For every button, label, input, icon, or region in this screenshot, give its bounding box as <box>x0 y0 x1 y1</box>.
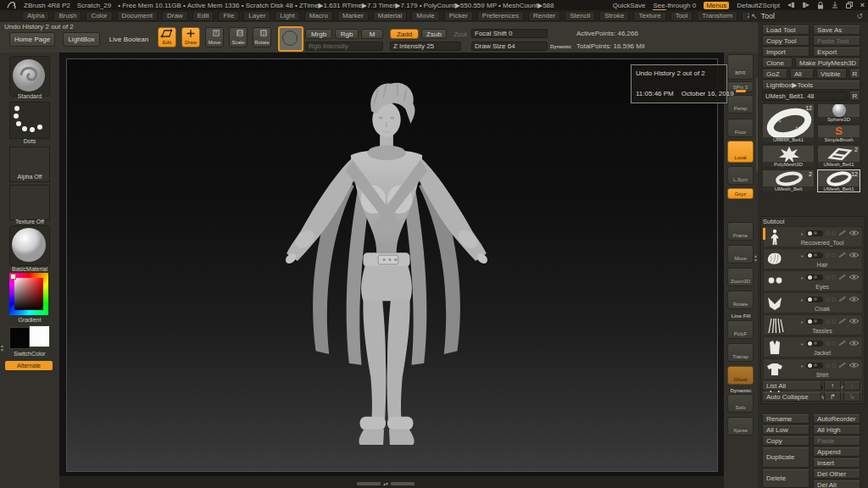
model-character[interactable] <box>257 76 516 451</box>
spix-handle[interactable] <box>736 90 746 92</box>
goz-button[interactable]: GoZ <box>762 69 787 79</box>
main-color-swatch[interactable] <box>9 327 31 349</box>
subtool-row-recovered-tool[interactable]: ▸ Recovered_Tool <box>763 226 863 247</box>
polyframe-button[interactable]: PolyF <box>727 320 754 339</box>
see-through-slider[interactable]: See-through 0 <box>653 2 696 9</box>
menu-color[interactable]: Color <box>86 11 112 21</box>
subtool-toggles[interactable]: ▸ <box>801 318 860 324</box>
brush-selector[interactable] <box>9 56 50 97</box>
eye-icon[interactable] <box>849 362 860 369</box>
zoom3d-button[interactable]: Zoom3D <box>727 268 754 286</box>
menu-brush[interactable]: Brush <box>53 11 81 21</box>
menu-material[interactable]: Material <box>373 11 407 21</box>
eye-icon[interactable] <box>849 230 860 236</box>
menu-file[interactable]: File <box>218 11 239 21</box>
frame-button[interactable]: Frame <box>727 222 754 241</box>
texture-selector[interactable] <box>9 185 50 220</box>
rgb-button[interactable]: Rgb <box>335 29 359 39</box>
belt1-thumbnail-a[interactable]: 2 UMesh_Belt1 <box>817 145 860 168</box>
import-button[interactable]: Import <box>762 47 810 57</box>
menu-alpha[interactable]: Alpha <box>22 11 49 21</box>
collapse-branch-button[interactable]: ↱ <box>824 392 841 402</box>
subtool-toggles[interactable]: ▸ <box>801 296 860 302</box>
menu-marker[interactable]: Marker <box>337 11 369 21</box>
menu-transform[interactable]: Transform <box>697 11 737 21</box>
focal-shift-slider[interactable]: Focal Shift 0 <box>471 29 548 38</box>
draw-size-slider[interactable]: Draw Size 64 <box>471 42 548 51</box>
z-intensity-slider[interactable]: Z Intensity 25 <box>390 42 461 51</box>
duplicate-button[interactable]: Duplicate <box>762 447 810 468</box>
lock-icon[interactable] <box>817 2 824 9</box>
dynamic-mode-label[interactable]: Dynamic <box>550 44 571 49</box>
menu-preferences[interactable]: Preferences <box>477 11 524 21</box>
autoreorder-button[interactable]: AutoReorder <box>813 414 860 424</box>
bpr-render-button[interactable]: BPR <box>727 54 754 80</box>
subtool-header[interactable]: Subtool <box>763 218 784 225</box>
clone-button[interactable]: Clone <box>762 58 793 68</box>
shelf-divider-arrows[interactable]: ▴▾ <box>1 344 3 352</box>
rgb-intensity-slider[interactable]: Rgb Intensity <box>305 42 383 51</box>
paste-tool-button[interactable]: Paste Tool <box>813 36 860 46</box>
edit-mode-button[interactable]: Edit <box>158 27 176 47</box>
menu-edit[interactable]: Edit <box>192 11 214 21</box>
m-button[interactable]: M <box>361 29 383 39</box>
menu-layer[interactable]: Layer <box>243 11 270 21</box>
menu-light[interactable]: Light <box>275 11 299 21</box>
make-polymesh3d-button[interactable]: Make PolyMesh3D <box>795 58 860 68</box>
restore-icon[interactable] <box>846 2 853 8</box>
all-high-button[interactable]: All High <box>813 425 860 435</box>
subtool-toggles[interactable]: ▸ <box>801 340 860 347</box>
ghost-button[interactable]: Ghost <box>727 366 754 385</box>
palette-refresh-icon[interactable]: ↺ <box>856 12 863 20</box>
copy-subtool-button[interactable]: Copy <box>762 436 810 446</box>
stroke-selector[interactable] <box>9 102 50 139</box>
zcut-button[interactable]: Zcut <box>449 29 471 39</box>
simplebrush-thumbnail[interactable]: S SimpleBrush <box>817 125 860 143</box>
eye-icon[interactable] <box>849 296 860 302</box>
del-all-button[interactable]: Del All <box>813 480 860 488</box>
eye-icon[interactable] <box>849 252 860 258</box>
dock-right-icon[interactable]: ▮▸ <box>802 0 809 10</box>
subtool-toggles[interactable]: ▸ <box>801 362 860 369</box>
subtool-row-tassles[interactable]: ▸ Tassles <box>763 314 863 336</box>
panel-divider-arrows[interactable]: ▴▾ <box>754 254 757 263</box>
all-low-button[interactable]: All Low <box>762 425 810 435</box>
menu-tool[interactable]: Tool <box>670 11 693 21</box>
menu-movie[interactable]: Movie <box>411 11 439 21</box>
delete-button[interactable]: Delete <box>762 469 810 488</box>
dock-left-icon[interactable]: ◂▮ <box>787 0 794 10</box>
auto-collapse-button[interactable]: Auto Collapse <box>762 392 821 402</box>
color-picker[interactable] <box>9 273 48 315</box>
alternate-button[interactable]: Alternate <box>5 361 53 370</box>
local-symmetry-button[interactable]: Local <box>727 141 754 163</box>
live-boolean-button[interactable]: Live Boolean <box>107 32 151 47</box>
tool-r-button[interactable]: R <box>849 92 860 101</box>
save-as-button[interactable]: Save As <box>813 25 860 35</box>
belt1-thumbnail-selected[interactable]: 12 UMesh_Belt1 <box>817 169 860 192</box>
menu-render[interactable]: Render <box>528 11 560 21</box>
subtool-row-cloak[interactable]: ▸ Cloak <box>763 292 863 313</box>
lightbox-button[interactable]: LightBox <box>63 32 100 47</box>
goz-r-button[interactable]: R <box>849 69 860 79</box>
subtool-row-eyes[interactable]: ▸ Eyes <box>763 270 863 291</box>
belt-thumbnail[interactable]: 2 UMesh_Belt <box>762 169 815 192</box>
tray-divider-arrows[interactable]: ▴▾ <box>383 481 388 486</box>
active-tool-slider[interactable]: UMesh_Belt1. 48 <box>762 92 847 101</box>
subtool-toggles[interactable]: ▸ <box>801 252 860 258</box>
secondary-color-swatch[interactable] <box>29 325 50 347</box>
tray-bar-right[interactable] <box>391 482 415 485</box>
menus-toggle-button[interactable]: Menus <box>704 2 729 9</box>
draw-mode-button[interactable]: Draw <box>181 27 200 47</box>
expand-branch-button[interactable]: ↳ <box>843 392 860 402</box>
default-zscript-button[interactable]: DefaultZScript <box>737 2 780 9</box>
subtool-row-hair[interactable]: ▸ Hair <box>763 248 863 269</box>
current-brush-preview[interactable] <box>278 26 303 52</box>
load-tool-button[interactable]: Load Tool <box>762 25 810 35</box>
floor-button[interactable]: Floor <box>727 119 754 137</box>
paste-subtool-button[interactable]: Paste <box>813 436 860 446</box>
menu-stencil[interactable]: Stencil <box>565 11 595 21</box>
rotate-canvas-button[interactable]: Rotate <box>727 291 754 309</box>
document-canvas[interactable] <box>59 53 724 476</box>
subtool-toggles[interactable]: ▸ <box>801 230 860 236</box>
subtool-row-shirt[interactable]: ▸ Shirt <box>763 358 863 380</box>
